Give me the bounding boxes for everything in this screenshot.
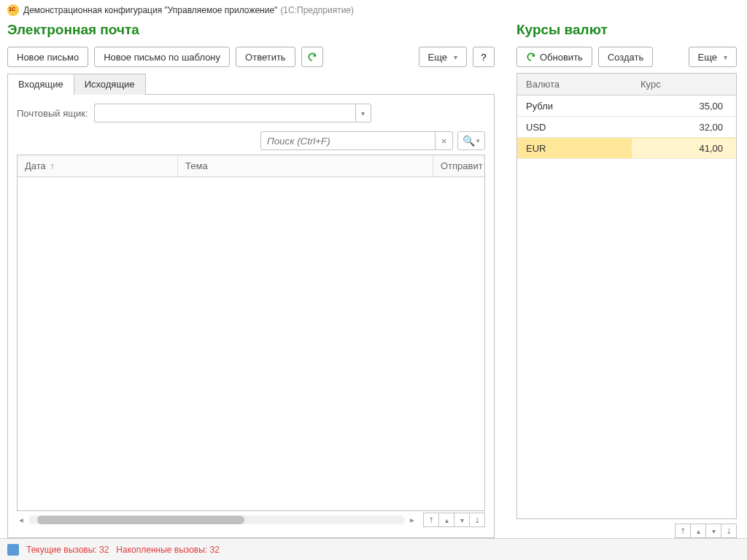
new-template-message-button[interactable]: Новое письмо по шаблону xyxy=(94,47,230,67)
refresh-icon xyxy=(307,52,317,62)
nav-up-button[interactable]: ▴ xyxy=(438,513,454,527)
currency-rate: 32,00 xyxy=(632,117,736,137)
currency-rate: 35,00 xyxy=(632,96,736,116)
magnify-icon: 🔍 xyxy=(462,135,475,147)
h-scrollbar[interactable] xyxy=(28,516,405,524)
window-title: Демонстрационная конфигурация "Управляем… xyxy=(23,5,277,15)
currency-row[interactable]: EUR41,00 xyxy=(517,138,736,159)
currency-name: EUR xyxy=(517,139,632,158)
new-message-button[interactable]: Новое письмо xyxy=(7,47,88,67)
scroll-right-icon[interactable]: ▸ xyxy=(408,515,417,525)
email-toolbar: Новое письмо Новое письмо по шаблону Отв… xyxy=(7,47,495,67)
nav-bottom-button[interactable]: ⤓ xyxy=(721,524,737,538)
mailbox-dropdown-button[interactable]: ▾ xyxy=(355,104,371,122)
currency-create-button[interactable]: Создать xyxy=(598,47,653,67)
currency-name: Рубли xyxy=(517,96,632,116)
search-input[interactable] xyxy=(260,131,436,150)
email-grid-body xyxy=(18,177,484,510)
email-tabs: Входящие Исходящие xyxy=(7,73,495,95)
currency-name: USD xyxy=(517,117,632,137)
currency-row[interactable]: Рубли35,00 xyxy=(517,96,736,117)
currency-toolbar: Обновить Создать Еще xyxy=(516,47,737,67)
currency-row[interactable]: USD32,00 xyxy=(517,117,736,138)
mailbox-label: Почтовый ящик: xyxy=(17,108,88,119)
nav-bottom-button[interactable]: ⤓ xyxy=(469,513,485,527)
col-sender[interactable]: Отправит xyxy=(433,155,484,176)
refresh-button[interactable] xyxy=(301,47,323,67)
status-current: Текущие вызовы: 32 xyxy=(26,545,109,555)
scroll-left-icon[interactable]: ◂ xyxy=(17,515,26,525)
nav-down-button[interactable]: ▾ xyxy=(454,513,470,527)
email-panel: Электронная почта Новое письмо Новое пис… xyxy=(7,20,495,538)
tab-inbox[interactable]: Входящие xyxy=(7,74,74,95)
window-titlebar: Демонстрационная конфигурация "Управляем… xyxy=(0,0,747,20)
help-button[interactable]: ? xyxy=(473,47,495,67)
app-logo-icon xyxy=(7,4,19,16)
col-rate[interactable]: Курс xyxy=(632,74,736,95)
grid-nav-buttons: ⤒ ▴ ▾ ⤓ xyxy=(424,513,485,527)
nav-down-button[interactable]: ▾ xyxy=(705,524,721,538)
more-button[interactable]: Еще xyxy=(419,47,467,67)
sort-asc-icon: ↑ xyxy=(50,161,55,171)
currency-more-button[interactable]: Еще xyxy=(689,47,737,67)
reply-button[interactable]: Ответить xyxy=(236,47,295,67)
email-title: Электронная почта xyxy=(7,22,495,38)
currency-table: Валюта Курс Рубли35,00USD32,00EUR41,00 xyxy=(516,73,737,519)
search-button[interactable]: 🔍 xyxy=(457,131,485,150)
col-date[interactable]: Дата ↑ xyxy=(18,155,178,176)
currency-panel: Курсы валют Обновить Создать Еще Валюта … xyxy=(516,20,740,538)
program-name: (1С:Предприятие) xyxy=(280,5,354,15)
nav-top-button[interactable]: ⤒ xyxy=(423,513,439,527)
mailbox-input[interactable] xyxy=(94,104,355,122)
nav-up-button[interactable]: ▴ xyxy=(690,524,706,538)
currency-rate: 41,00 xyxy=(632,139,736,158)
refresh-icon xyxy=(526,52,536,62)
status-bar: Текущие вызовы: 32 Накопленные вызовы: 3… xyxy=(0,538,747,560)
status-accum: Накопленные вызовы: 32 xyxy=(116,545,220,555)
email-tab-content: Почтовый ящик: ▾ × 🔍 Дата ↑ xyxy=(7,95,495,538)
nav-top-button[interactable]: ⤒ xyxy=(675,524,691,538)
currency-rows: Рубли35,00USD32,00EUR41,00 xyxy=(517,96,736,159)
currency-refresh-button[interactable]: Обновить xyxy=(516,47,592,67)
search-clear-button[interactable]: × xyxy=(436,131,453,150)
status-icon xyxy=(7,544,19,556)
tab-outbox[interactable]: Исходящие xyxy=(74,74,146,95)
currency-title: Курсы валют xyxy=(516,22,737,38)
currency-nav-buttons: ⤒ ▴ ▾ ⤓ xyxy=(676,524,737,538)
email-grid: Дата ↑ Тема Отправит xyxy=(17,155,485,511)
col-currency[interactable]: Валюта xyxy=(517,74,632,95)
col-subject[interactable]: Тема xyxy=(178,155,433,176)
